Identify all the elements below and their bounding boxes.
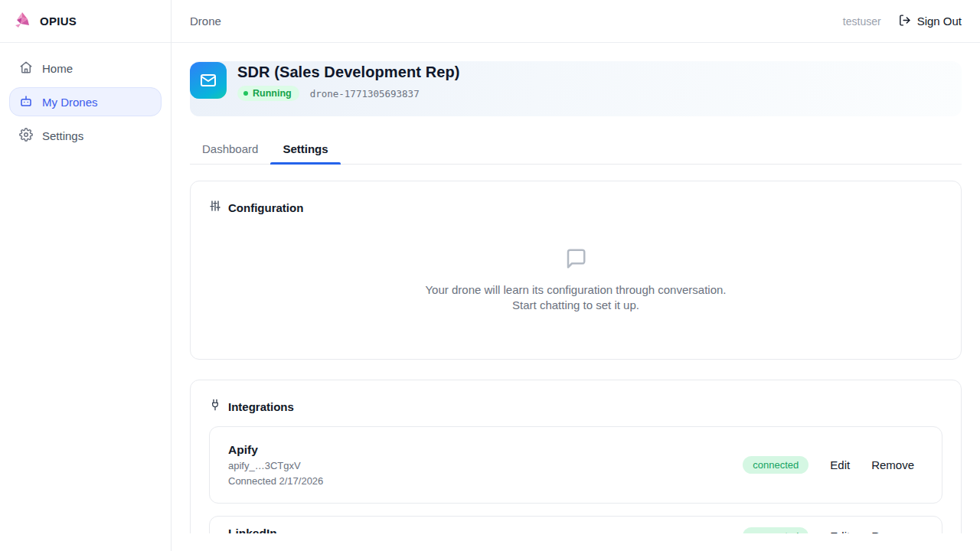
plug-icon <box>209 399 221 414</box>
tab-dashboard[interactable]: Dashboard <box>190 136 270 164</box>
sidebar-item-label: My Drones <box>42 96 98 109</box>
gear-icon <box>19 128 33 144</box>
sidebar-item-label: Home <box>42 62 73 75</box>
remove-button[interactable]: Remove <box>871 458 914 471</box>
brand-name: OPIUS <box>40 15 77 28</box>
drone-meta: Running drone-1771305693837 <box>237 86 460 101</box>
tab-settings[interactable]: Settings <box>270 136 340 164</box>
sign-out-label: Sign Out <box>917 15 962 28</box>
empty-state-line1: Your drone will learn its configuration … <box>209 282 942 298</box>
integration-credential: apify_…3CTgxV <box>228 459 323 472</box>
edit-button[interactable]: Edit <box>830 458 850 471</box>
robot-icon <box>19 94 33 110</box>
integration-name: Apify <box>228 442 323 457</box>
logout-icon <box>898 14 911 29</box>
empty-state-line2: Start chatting to set it up. <box>209 298 942 313</box>
sidebar: OPIUS Home My Drones <box>0 0 172 551</box>
brand-header: OPIUS <box>0 0 171 43</box>
drone-id: drone-1771305693837 <box>310 88 420 99</box>
drone-name: SDR (Sales Development Rep) <box>237 64 460 81</box>
sidebar-item-settings[interactable]: Settings <box>9 121 162 150</box>
integrations-card: Integrations Apify apify_…3CTgxV Connect… <box>190 380 962 551</box>
integration-info: Apify apify_…3CTgxV Connected 2/17/2026 <box>228 442 323 487</box>
configuration-card: Configuration Your drone will learn its … <box>190 181 962 360</box>
configuration-empty-state: Your drone will learn its configuration … <box>209 215 942 341</box>
tab-bar: Dashboard Settings <box>190 136 962 165</box>
connected-badge: connected <box>743 456 808 474</box>
integration-actions: connected Edit Remove <box>743 456 914 474</box>
header-right: testuser Sign Out <box>843 14 962 29</box>
sign-out-button[interactable]: Sign Out <box>898 14 962 29</box>
configuration-header: Configuration <box>209 200 942 215</box>
home-icon <box>19 60 33 77</box>
sidebar-item-home[interactable]: Home <box>9 54 162 83</box>
sidebar-item-label: Settings <box>42 129 83 142</box>
username: testuser <box>843 15 881 28</box>
page-title: Drone <box>190 15 221 28</box>
viewport-render-cutoff <box>172 533 980 551</box>
configuration-title: Configuration <box>228 201 303 214</box>
status-badge: Running <box>237 86 299 101</box>
drone-hero: SDR (Sales Development Rep) Running dron… <box>190 61 962 116</box>
integration-connected-date: Connected 2/17/2026 <box>228 474 323 487</box>
opius-logo-icon <box>12 10 32 33</box>
sidebar-nav: Home My Drones Settings <box>0 43 171 161</box>
integration-row-apify: Apify apify_…3CTgxV Connected 2/17/2026 … <box>209 426 942 504</box>
mail-icon <box>190 62 227 99</box>
status-label: Running <box>253 88 292 99</box>
integrations-header: Integrations <box>209 399 942 414</box>
integrations-title: Integrations <box>228 400 294 413</box>
sidebar-item-my-drones[interactable]: My Drones <box>9 87 162 116</box>
drone-info: SDR (Sales Development Rep) Running dron… <box>237 62 460 101</box>
top-header: Drone testuser Sign Out <box>172 0 980 43</box>
status-dot-icon <box>243 91 248 96</box>
main-content: SDR (Sales Development Rep) Running dron… <box>172 43 980 551</box>
sliders-icon <box>209 200 221 215</box>
chat-bubble-icon <box>564 259 587 272</box>
